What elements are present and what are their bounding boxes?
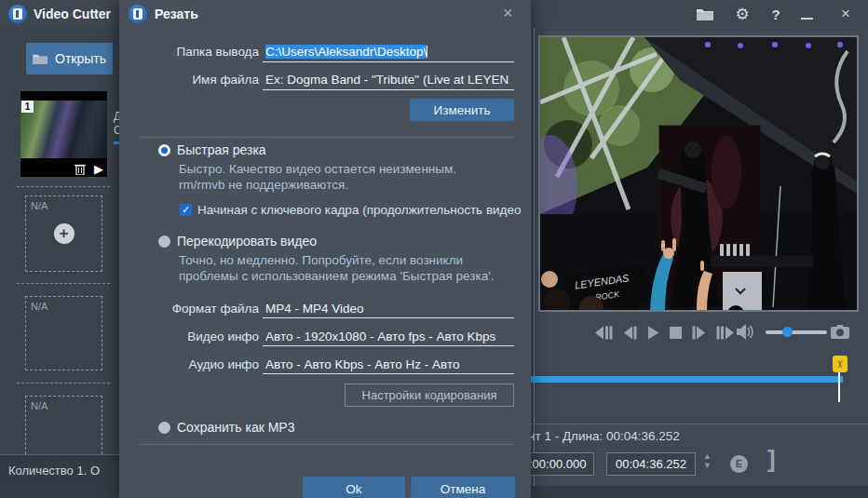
filename-field[interactable]: Ex: Dogma Band - "Tribute" (Live at LEYE… <box>265 73 514 87</box>
add-clip-icon[interactable]: + <box>54 223 75 244</box>
volume-slider[interactable] <box>766 330 827 334</box>
format-label: Формат файла <box>119 302 259 316</box>
divider <box>140 137 514 138</box>
video-preview[interactable]: LEYENDAS ROCK <box>538 35 859 312</box>
snapshot-camera-icon[interactable] <box>831 324 849 339</box>
next-frame-icon[interactable] <box>692 326 706 340</box>
na-label: N/A <box>31 400 47 411</box>
prev-keyframe-icon[interactable] <box>594 326 613 340</box>
dialog-close-icon[interactable]: × <box>503 4 513 23</box>
folder-icon <box>33 53 47 64</box>
step-up-icon[interactable]: ▲ <box>703 451 712 461</box>
field-underline <box>263 61 514 62</box>
list-separator <box>17 383 110 384</box>
list-separator <box>17 283 110 284</box>
end-time-field[interactable]: 00:04:36.252 <box>606 452 696 476</box>
reencode-desc-2: проблемы с использованием режима 'Быстра… <box>179 269 494 283</box>
step-down-icon[interactable]: ▼ <box>703 461 712 470</box>
fast-cut-desc-2: rm/rmvb не поддерживаются. <box>179 178 348 192</box>
clip-thumbnail[interactable]: 1 ▶ <box>20 91 107 177</box>
filename-label: Имя файла <box>119 73 259 87</box>
dialog-title: Резать <box>155 7 198 21</box>
app-title: Video Cutter <box>34 7 111 21</box>
bracket-icon[interactable]: ] <box>767 445 776 474</box>
ok-button[interactable]: Ok <box>303 477 405 498</box>
cancel-button[interactable]: Отмена <box>411 477 515 498</box>
fast-cut-radio[interactable] <box>158 144 170 156</box>
prev-frame-icon[interactable] <box>623 326 637 340</box>
timeline-selection[interactable] <box>531 376 843 383</box>
keyframe-checkbox[interactable]: ✓ <box>180 204 192 216</box>
format-field[interactable]: MP4 - MP4 Video <box>265 302 514 316</box>
clip-number-badge: 1 <box>21 101 34 113</box>
volume-knob[interactable] <box>782 327 793 337</box>
output-folder-label: Папка вывода <box>119 45 259 59</box>
scissors-icon: ✂ <box>834 359 847 368</box>
clip-sidebar: Открыть 1 ▶ Д С N/A + N/A N/A Количество… <box>0 28 121 486</box>
player-panel: LEYENDAS ROCK <box>531 28 868 486</box>
app-logo-icon <box>8 5 27 23</box>
list-separator <box>17 186 110 187</box>
play-clip-icon[interactable]: ▶ <box>94 163 103 175</box>
empty-slot[interactable]: N/A <box>25 296 102 370</box>
video-info-label: Видео инфо <box>119 330 259 343</box>
empty-slot[interactable]: N/A <box>25 396 102 454</box>
window-close-icon[interactable]: × <box>834 0 858 28</box>
help-icon[interactable]: ? <box>766 0 786 28</box>
cut-dialog: Резать × Папка вывода C:\Users\Aleksandr… <box>119 0 531 498</box>
minimize-icon[interactable] <box>795 0 818 28</box>
stop-icon[interactable] <box>670 327 682 339</box>
field-underline <box>263 89 514 90</box>
panel-edge-line <box>534 28 535 486</box>
fast-cut-desc-1: Быстро. Качество видео остается неизменн… <box>179 162 456 176</box>
panel-separator <box>531 424 868 424</box>
audio-info-label: Аудио инфо <box>119 357 259 371</box>
end-marker-badge[interactable]: E <box>730 455 748 473</box>
na-label: N/A <box>31 200 47 211</box>
cut-marker-handle[interactable]: ✂ <box>833 356 848 372</box>
field-underline <box>263 373 514 374</box>
play-icon[interactable] <box>647 326 659 340</box>
field-underline <box>263 345 514 346</box>
output-folder-field[interactable]: C:\Users\Aleksandr\Desktop\ <box>265 45 514 59</box>
open-button-label: Открыть <box>55 51 106 66</box>
playback-controls <box>531 321 868 343</box>
settings-gear-icon[interactable]: ⚙ <box>730 0 754 28</box>
keyframe-label[interactable]: Начиная с ключевого кадра (продолжительн… <box>197 203 529 217</box>
speaker-icon[interactable] <box>737 324 755 340</box>
video-info-field[interactable]: Авто - 1920x1080 - Авто fps - Авто Kbps <box>265 330 514 343</box>
encoder-settings-button[interactable]: Настройки кодирования <box>345 384 514 407</box>
text-caret <box>427 46 427 58</box>
next-keyframe-icon[interactable] <box>716 326 735 340</box>
change-button[interactable]: Изменить <box>410 99 514 121</box>
clip-count-bar: Количество 1. О <box>0 454 121 486</box>
reencode-radio[interactable] <box>158 236 170 248</box>
reencode-label[interactable]: Перекодировать видео <box>177 234 317 249</box>
save-mp3-radio[interactable] <box>158 422 170 434</box>
na-label: N/A <box>31 301 47 312</box>
field-underline <box>263 317 514 318</box>
dialog-logo-icon <box>129 5 147 23</box>
empty-slot[interactable]: N/A + <box>25 195 102 272</box>
fast-cut-label[interactable]: Быстрая резка <box>177 142 266 157</box>
save-mp3-label[interactable]: Сохранить как MP3 <box>177 420 294 435</box>
audio-info-field[interactable]: Авто - Авто Kbps - Авто Hz - Авто <box>265 357 514 371</box>
divider <box>140 444 514 445</box>
open-button[interactable]: Открыть <box>26 43 113 74</box>
trash-icon[interactable] <box>75 163 86 175</box>
clip-count-text: Количество 1. О <box>0 464 100 478</box>
time-stepper[interactable]: ▲ ▼ <box>703 451 712 470</box>
output-folder-value: C:\Users\Aleksandr\Desktop\ <box>265 45 427 59</box>
cut-marker-line <box>838 372 840 402</box>
reencode-desc-1: Точно, но медленно. Попробуйте, если воз… <box>179 253 463 267</box>
video-frame: LEYENDAS ROCK <box>540 37 857 310</box>
open-folder-icon[interactable] <box>693 0 717 28</box>
